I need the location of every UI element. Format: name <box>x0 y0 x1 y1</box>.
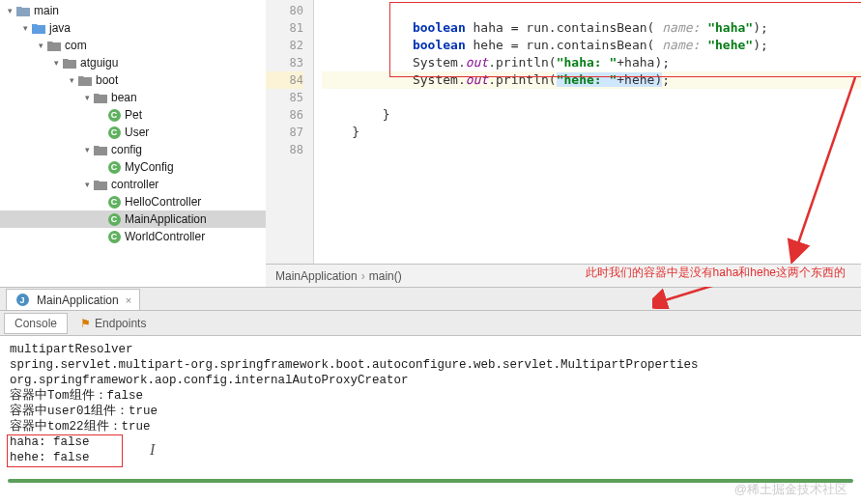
tool-tabs[interactable]: Console ⚑Endpoints <box>0 311 861 336</box>
tree-label: MainApplication <box>125 212 207 226</box>
class-icon: C <box>106 195 122 209</box>
breadcrumb[interactable]: MainApplication › main() 此时我们的容器中是没有haha… <box>266 264 861 287</box>
status-bar <box>8 479 853 483</box>
folder-icon <box>93 178 108 191</box>
tab-console[interactable]: Console <box>4 313 68 334</box>
class-icon: C <box>106 108 122 122</box>
line-num: 87 <box>266 124 303 141</box>
tree-user[interactable]: CUser <box>0 124 266 141</box>
code-line: System.out.println("haha: "+haha); <box>322 54 861 71</box>
line-num: 84 <box>266 71 303 89</box>
console-line: multipartResolver <box>10 342 851 357</box>
project-tree[interactable]: ▾main ▾java ▾com ▾atguigu ▾boot ▾bean CP… <box>0 0 266 287</box>
tab-label: MainApplication <box>37 294 119 307</box>
tree-main[interactable]: ▾main <box>0 2 266 19</box>
tree-pet[interactable]: CPet <box>0 106 266 124</box>
tree-label: main <box>34 4 59 17</box>
tree-myconfig[interactable]: CMyConfig <box>0 158 266 176</box>
tree-label: MyConfig <box>125 160 174 174</box>
tree-boot[interactable]: ▾boot <box>0 71 266 89</box>
line-num: 88 <box>266 141 303 158</box>
console-output[interactable]: multipartResolver spring.servlet.multipa… <box>0 336 861 476</box>
chevron-down-icon: ▾ <box>4 6 15 15</box>
tree-label: Pet <box>125 108 142 122</box>
console-line: org.springframework.aop.config.internalA… <box>10 373 851 388</box>
tree-label: WorldController <box>125 230 205 243</box>
folder-icon <box>46 39 62 52</box>
class-icon: C <box>106 230 122 243</box>
tab-endpoints[interactable]: ⚑Endpoints <box>70 313 157 334</box>
class-icon: C <box>106 212 122 226</box>
console-line: hehe: false <box>10 450 851 465</box>
chevron-down-icon: ▾ <box>81 93 93 102</box>
editor-tabs[interactable]: J MainApplication × <box>0 288 861 311</box>
console-line: haha: false <box>10 434 851 450</box>
console-line: 容器中tom22组件：true <box>10 419 851 434</box>
line-gutter: 80 81 82 83 84 85 86 87 88 <box>266 0 314 287</box>
class-icon: C <box>106 126 122 139</box>
tree-config[interactable]: ▾config <box>0 141 266 158</box>
code-line: } <box>322 124 861 141</box>
tab-label: Console <box>14 317 57 330</box>
code-line: boolean haha = run.containsBean( name: "… <box>322 19 861 37</box>
console-line: 容器中Tom组件：false <box>10 388 851 404</box>
tab-label: Endpoints <box>95 317 146 330</box>
code-line <box>322 2 861 19</box>
code-line: } <box>322 106 861 124</box>
endpoint-icon: ⚑ <box>80 317 91 330</box>
chevron-right-icon: › <box>361 269 365 283</box>
chevron-down-icon: ▾ <box>19 23 31 33</box>
tree-label: java <box>49 21 71 35</box>
class-icon: J <box>14 294 30 307</box>
close-icon[interactable]: × <box>126 294 131 306</box>
code-line: boolean hehe = run.containsBean( name: "… <box>322 37 861 54</box>
line-num: 85 <box>266 89 303 106</box>
tab-mainapplication[interactable]: J MainApplication × <box>6 289 140 310</box>
watermark: @稀土掘金技术社区 <box>734 481 847 498</box>
tree-bean[interactable]: ▾bean <box>0 89 266 106</box>
tree-mainapp-selected[interactable]: CMainApplication <box>0 210 266 228</box>
text-cursor-icon: I <box>150 442 155 458</box>
chevron-down-icon: ▾ <box>81 180 93 189</box>
tree-java[interactable]: ▾java <box>0 19 266 37</box>
tree-label: bean <box>111 91 137 104</box>
tree-label: boot <box>96 73 118 87</box>
line-num: 86 <box>266 106 303 124</box>
breadcrumb-item[interactable]: main() <box>369 269 402 283</box>
tree-atguigu[interactable]: ▾atguigu <box>0 54 266 71</box>
line-num: 80 <box>266 2 303 19</box>
chevron-down-icon: ▾ <box>35 41 46 50</box>
code-line-current: System.out.println("hehe: "+hehe); <box>322 71 861 89</box>
code-line <box>322 89 861 106</box>
tree-label: com <box>65 39 87 52</box>
breadcrumb-item[interactable]: MainApplication <box>275 269 358 283</box>
tree-controller[interactable]: ▾controller <box>0 176 266 193</box>
tree-label: atguigu <box>80 56 118 70</box>
code-editor[interactable]: 80 81 82 83 84 85 86 87 88 boolean haha … <box>266 0 861 287</box>
tree-label: HelloController <box>125 195 201 209</box>
tree-label: config <box>111 143 142 156</box>
folder-icon <box>62 56 77 70</box>
folder-icon <box>31 21 46 35</box>
annotation-text: 此时我们的容器中是没有haha和hehe这两个东西的 <box>586 265 846 281</box>
line-num: 82 <box>266 37 303 54</box>
tree-worldctrl[interactable]: CWorldController <box>0 228 266 245</box>
folder-icon <box>93 143 108 156</box>
tree-helloctrl[interactable]: CHelloController <box>0 193 266 210</box>
folder-icon <box>93 91 108 104</box>
console-line: 容器中user01组件：true <box>10 404 851 419</box>
line-num: 83 <box>266 54 303 71</box>
folder-icon <box>15 4 31 17</box>
tree-label: controller <box>111 178 158 191</box>
folder-icon <box>77 73 93 87</box>
tree-com[interactable]: ▾com <box>0 37 266 54</box>
class-icon: C <box>106 160 122 174</box>
console-line: spring.servlet.multipart-org.springframe… <box>10 357 851 373</box>
tree-label: User <box>125 126 149 139</box>
line-num: 81 <box>266 19 303 37</box>
chevron-down-icon: ▾ <box>50 58 62 68</box>
chevron-down-icon: ▾ <box>66 75 77 85</box>
chevron-down-icon: ▾ <box>81 145 93 154</box>
code-area[interactable]: boolean haha = run.containsBean( name: "… <box>314 0 861 287</box>
